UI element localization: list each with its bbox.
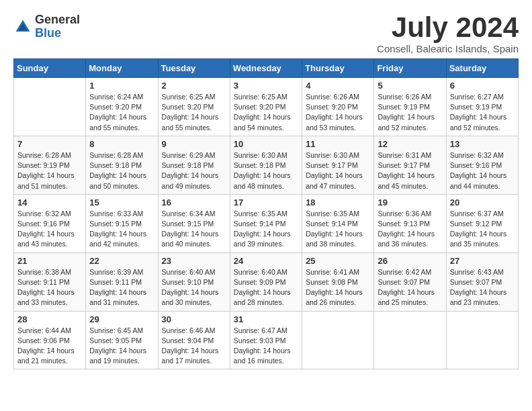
- title-block: July 2024 Consell, Balearic Islands, Spa…: [377, 13, 519, 54]
- day-number: 2: [162, 81, 226, 91]
- logo: General Blue: [13, 13, 80, 40]
- day-number: 27: [450, 256, 515, 266]
- day-number: 17: [234, 197, 298, 208]
- calendar-cell: 28Sunrise: 6:44 AMSunset: 9:06 PMDayligh…: [14, 311, 86, 369]
- calendar-cell: 14Sunrise: 6:32 AMSunset: 9:16 PMDayligh…: [14, 194, 86, 253]
- day-number: 22: [89, 256, 154, 266]
- day-number: 1: [89, 81, 154, 91]
- cell-content: Sunrise: 6:39 AMSunset: 9:11 PMDaylight:…: [89, 267, 154, 308]
- day-number: 7: [17, 139, 82, 149]
- day-number: 8: [89, 139, 154, 149]
- cell-content: Sunrise: 6:35 AMSunset: 9:14 PMDaylight:…: [234, 209, 298, 250]
- calendar-cell: 20Sunrise: 6:37 AMSunset: 9:12 PMDayligh…: [446, 194, 518, 253]
- cell-content: Sunrise: 6:42 AMSunset: 9:07 PMDaylight:…: [378, 267, 442, 308]
- calendar-cell: [302, 311, 374, 369]
- cell-content: Sunrise: 6:31 AMSunset: 9:17 PMDaylight:…: [378, 150, 442, 191]
- cell-content: Sunrise: 6:43 AMSunset: 9:07 PMDaylight:…: [450, 267, 515, 308]
- calendar-header: SundayMondayTuesdayWednesdayThursdayFrid…: [14, 59, 519, 78]
- day-number: 5: [378, 81, 442, 91]
- page-header: General Blue July 2024 Consell, Balearic…: [13, 13, 519, 54]
- location: Consell, Balearic Islands, Spain: [377, 43, 519, 54]
- cell-content: Sunrise: 6:28 AMSunset: 9:19 PMDaylight:…: [17, 150, 82, 191]
- calendar-cell: [14, 78, 86, 136]
- cell-content: Sunrise: 6:29 AMSunset: 9:18 PMDaylight:…: [162, 150, 226, 191]
- calendar-cell: 7Sunrise: 6:28 AMSunset: 9:19 PMDaylight…: [14, 136, 86, 194]
- calendar-cell: 29Sunrise: 6:45 AMSunset: 9:05 PMDayligh…: [86, 311, 158, 369]
- day-number: 6: [450, 81, 515, 91]
- day-number: 20: [450, 197, 515, 208]
- day-number: 31: [234, 314, 298, 324]
- cell-content: Sunrise: 6:41 AMSunset: 9:08 PMDaylight:…: [306, 267, 370, 308]
- calendar-week-row: 7Sunrise: 6:28 AMSunset: 9:19 PMDaylight…: [14, 136, 519, 194]
- header-day: Wednesday: [230, 59, 302, 78]
- logo-blue: Blue: [35, 27, 80, 40]
- calendar-cell: 23Sunrise: 6:40 AMSunset: 9:10 PMDayligh…: [158, 253, 230, 311]
- calendar-cell: 12Sunrise: 6:31 AMSunset: 9:17 PMDayligh…: [374, 136, 446, 194]
- calendar-cell: 11Sunrise: 6:30 AMSunset: 9:17 PMDayligh…: [302, 136, 374, 194]
- calendar-cell: 26Sunrise: 6:42 AMSunset: 9:07 PMDayligh…: [374, 253, 446, 311]
- calendar-cell: 5Sunrise: 6:26 AMSunset: 9:19 PMDaylight…: [374, 78, 446, 136]
- day-number: 23: [162, 256, 226, 266]
- calendar-cell: 16Sunrise: 6:34 AMSunset: 9:15 PMDayligh…: [158, 194, 230, 253]
- cell-content: Sunrise: 6:33 AMSunset: 9:15 PMDaylight:…: [89, 209, 154, 250]
- cell-content: Sunrise: 6:45 AMSunset: 9:05 PMDaylight:…: [89, 326, 154, 367]
- calendar-week-row: 28Sunrise: 6:44 AMSunset: 9:06 PMDayligh…: [14, 311, 519, 369]
- calendar-week-row: 14Sunrise: 6:32 AMSunset: 9:16 PMDayligh…: [14, 194, 519, 253]
- day-number: 19: [378, 197, 442, 208]
- cell-content: Sunrise: 6:37 AMSunset: 9:12 PMDaylight:…: [450, 209, 515, 250]
- month-year: July 2024: [377, 13, 519, 42]
- calendar-table: SundayMondayTuesdayWednesdayThursdayFrid…: [13, 58, 519, 369]
- calendar-cell: [446, 311, 518, 369]
- cell-content: Sunrise: 6:24 AMSunset: 9:20 PMDaylight:…: [89, 92, 154, 133]
- calendar-cell: 30Sunrise: 6:46 AMSunset: 9:04 PMDayligh…: [158, 311, 230, 369]
- day-number: 4: [306, 81, 370, 91]
- day-number: 10: [234, 139, 298, 149]
- calendar-cell: 25Sunrise: 6:41 AMSunset: 9:08 PMDayligh…: [302, 253, 374, 311]
- day-number: 25: [306, 256, 370, 266]
- cell-content: Sunrise: 6:25 AMSunset: 9:20 PMDaylight:…: [234, 92, 298, 133]
- calendar-cell: 13Sunrise: 6:32 AMSunset: 9:16 PMDayligh…: [446, 136, 518, 194]
- day-number: 30: [162, 314, 226, 324]
- day-number: 15: [89, 197, 154, 208]
- calendar-cell: 15Sunrise: 6:33 AMSunset: 9:15 PMDayligh…: [86, 194, 158, 253]
- calendar-week-row: 1Sunrise: 6:24 AMSunset: 9:20 PMDaylight…: [14, 78, 519, 136]
- cell-content: Sunrise: 6:34 AMSunset: 9:15 PMDaylight:…: [162, 209, 226, 250]
- cell-content: Sunrise: 6:26 AMSunset: 9:20 PMDaylight:…: [306, 92, 370, 133]
- day-number: 11: [306, 139, 370, 149]
- cell-content: Sunrise: 6:32 AMSunset: 9:16 PMDaylight:…: [450, 150, 515, 191]
- calendar-week-row: 21Sunrise: 6:38 AMSunset: 9:11 PMDayligh…: [14, 253, 519, 311]
- day-number: 9: [162, 139, 226, 149]
- calendar-cell: 22Sunrise: 6:39 AMSunset: 9:11 PMDayligh…: [86, 253, 158, 311]
- cell-content: Sunrise: 6:35 AMSunset: 9:14 PMDaylight:…: [306, 209, 370, 250]
- calendar-cell: 24Sunrise: 6:40 AMSunset: 9:09 PMDayligh…: [230, 253, 302, 311]
- header-day: Monday: [86, 59, 158, 78]
- calendar-cell: 27Sunrise: 6:43 AMSunset: 9:07 PMDayligh…: [446, 253, 518, 311]
- day-number: 12: [378, 139, 442, 149]
- cell-content: Sunrise: 6:25 AMSunset: 9:20 PMDaylight:…: [162, 92, 226, 133]
- cell-content: Sunrise: 6:38 AMSunset: 9:11 PMDaylight:…: [17, 267, 82, 308]
- calendar-body: 1Sunrise: 6:24 AMSunset: 9:20 PMDaylight…: [14, 78, 519, 369]
- logo-icon: [13, 17, 32, 36]
- logo-general: General: [35, 13, 80, 27]
- day-number: 3: [234, 81, 298, 91]
- cell-content: Sunrise: 6:28 AMSunset: 9:18 PMDaylight:…: [89, 150, 154, 191]
- cell-content: Sunrise: 6:40 AMSunset: 9:10 PMDaylight:…: [162, 267, 226, 308]
- header-row: SundayMondayTuesdayWednesdayThursdayFrid…: [14, 59, 519, 78]
- calendar-cell: 18Sunrise: 6:35 AMSunset: 9:14 PMDayligh…: [302, 194, 374, 253]
- header-day: Saturday: [446, 59, 518, 78]
- day-number: 24: [234, 256, 298, 266]
- calendar-cell: 8Sunrise: 6:28 AMSunset: 9:18 PMDaylight…: [86, 136, 158, 194]
- cell-content: Sunrise: 6:30 AMSunset: 9:18 PMDaylight:…: [234, 150, 298, 191]
- calendar-cell: 17Sunrise: 6:35 AMSunset: 9:14 PMDayligh…: [230, 194, 302, 253]
- cell-content: Sunrise: 6:27 AMSunset: 9:19 PMDaylight:…: [450, 92, 515, 133]
- calendar-cell: 6Sunrise: 6:27 AMSunset: 9:19 PMDaylight…: [446, 78, 518, 136]
- day-number: 13: [450, 139, 515, 149]
- day-number: 29: [89, 314, 154, 324]
- header-day: Tuesday: [158, 59, 230, 78]
- cell-content: Sunrise: 6:44 AMSunset: 9:06 PMDaylight:…: [17, 326, 82, 367]
- cell-content: Sunrise: 6:26 AMSunset: 9:19 PMDaylight:…: [378, 92, 442, 133]
- calendar-cell: [374, 311, 446, 369]
- calendar-cell: 1Sunrise: 6:24 AMSunset: 9:20 PMDaylight…: [86, 78, 158, 136]
- calendar-cell: 21Sunrise: 6:38 AMSunset: 9:11 PMDayligh…: [14, 253, 86, 311]
- header-day: Friday: [374, 59, 446, 78]
